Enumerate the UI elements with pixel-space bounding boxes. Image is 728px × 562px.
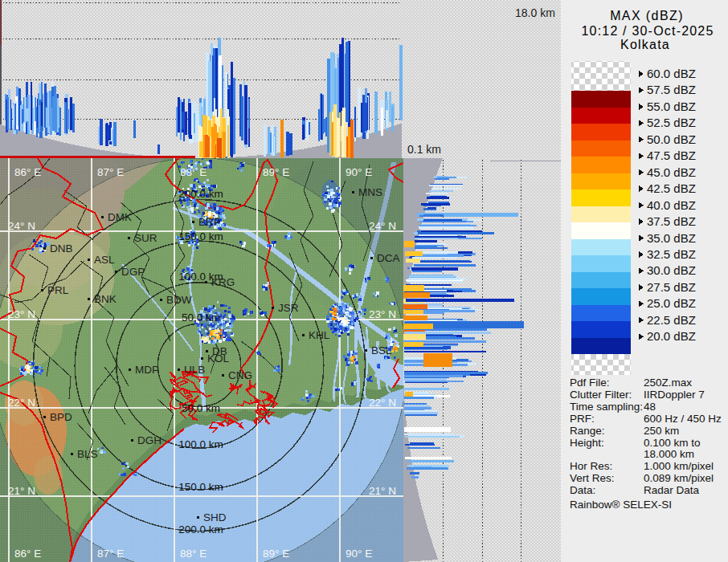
svg-text:Height:: Height: <box>570 437 604 449</box>
svg-text:Pdf File:: Pdf File: <box>570 377 610 389</box>
svg-text:DGP: DGP <box>121 266 145 278</box>
svg-text:89° E: 89° E <box>263 548 289 560</box>
svg-text:SUR: SUR <box>134 232 157 244</box>
svg-text:52.5 dBZ: 52.5 dBZ <box>647 116 696 129</box>
svg-text:50.0 km: 50.0 km <box>182 312 220 324</box>
svg-text:0.089 km/pixel: 0.089 km/pixel <box>644 472 714 484</box>
svg-text:88° E: 88° E <box>180 548 207 560</box>
svg-text:50.0 km: 50.0 km <box>182 402 220 414</box>
svg-text:18.0 km: 18.0 km <box>515 6 555 19</box>
svg-text:KRG: KRG <box>211 276 235 288</box>
svg-text:150.0 km: 150.0 km <box>178 230 223 242</box>
svg-text:250Z.max: 250Z.max <box>644 377 692 389</box>
svg-text:50.0 dBZ: 50.0 dBZ <box>647 132 696 146</box>
svg-text:87° E: 87° E <box>97 166 124 178</box>
svg-text:22° N: 22° N <box>8 397 35 409</box>
svg-text:0.1 km: 0.1 km <box>407 143 441 156</box>
svg-text:JSR: JSR <box>278 302 299 314</box>
svg-text:24° N: 24° N <box>8 220 35 232</box>
svg-text:250 km: 250 km <box>644 425 679 437</box>
svg-text:PRL: PRL <box>47 284 69 296</box>
svg-text:30.0 dBZ: 30.0 dBZ <box>647 263 696 277</box>
svg-text:150.0 km: 150.0 km <box>178 481 223 493</box>
svg-text:47.5 dBZ: 47.5 dBZ <box>647 149 696 162</box>
svg-text:90° E: 90° E <box>346 548 372 560</box>
svg-text:Rainbow® SELEX-SI: Rainbow® SELEX-SI <box>570 499 672 511</box>
svg-text:200.0 km: 200.0 km <box>178 188 223 200</box>
svg-text:200.0 km: 200.0 km <box>178 523 223 536</box>
svg-text:1.000 km/pixel: 1.000 km/pixel <box>644 460 714 472</box>
svg-text:CNG: CNG <box>228 369 252 381</box>
svg-text:Vert Res:: Vert Res: <box>570 472 615 484</box>
svg-text:BLS: BLS <box>77 448 98 460</box>
svg-text:BDW: BDW <box>166 294 192 306</box>
svg-text:48: 48 <box>644 401 656 413</box>
svg-text:27.5 dBZ: 27.5 dBZ <box>647 280 696 294</box>
svg-text:DMK: DMK <box>108 211 132 223</box>
svg-text:IIRDoppler 7: IIRDoppler 7 <box>644 389 705 401</box>
svg-text:86° E: 86° E <box>14 548 41 560</box>
svg-text:21° N: 21° N <box>8 485 35 497</box>
svg-text:Time sampling:: Time sampling: <box>570 401 643 413</box>
svg-text:Hor Res:: Hor Res: <box>570 460 612 472</box>
svg-text:BRP: BRP <box>198 216 221 228</box>
svg-text:10:12 / 30-Oct-2025: 10:12 / 30-Oct-2025 <box>581 24 714 38</box>
svg-text:SHD: SHD <box>203 511 227 523</box>
svg-text:57.5 dBZ: 57.5 dBZ <box>647 83 696 96</box>
svg-text:37.5 dBZ: 37.5 dBZ <box>647 214 696 228</box>
svg-text:0.100 km to: 0.100 km to <box>644 437 701 449</box>
svg-text:Radar Data: Radar Data <box>644 484 700 496</box>
svg-text:40.0 dBZ: 40.0 dBZ <box>647 198 696 212</box>
svg-text:22.5 dBZ: 22.5 dBZ <box>647 313 696 327</box>
svg-text:22° N: 22° N <box>369 397 396 409</box>
svg-text:42.5 dBZ: 42.5 dBZ <box>647 181 696 195</box>
svg-text:86° E: 86° E <box>14 166 41 178</box>
svg-text:KHL: KHL <box>309 329 330 341</box>
svg-text:MDP: MDP <box>135 364 159 376</box>
svg-text:BNK: BNK <box>94 293 117 305</box>
svg-text:18.000 km: 18.000 km <box>644 448 694 460</box>
svg-text:55.0 dBZ: 55.0 dBZ <box>647 100 696 113</box>
svg-text:60.0 dBZ: 60.0 dBZ <box>647 67 696 80</box>
svg-text:35.0 dBZ: 35.0 dBZ <box>647 231 696 245</box>
svg-text:KOL: KOL <box>207 352 230 364</box>
svg-text:Clutter Filter:: Clutter Filter: <box>570 389 632 401</box>
svg-text:BSL: BSL <box>371 344 392 356</box>
svg-text:87° E: 87° E <box>97 548 124 560</box>
svg-text:21° N: 21° N <box>369 485 396 497</box>
svg-text:BPD: BPD <box>50 411 72 423</box>
svg-text:ASL: ASL <box>94 254 115 266</box>
svg-text:Range:: Range: <box>570 425 605 437</box>
svg-text:MNS: MNS <box>358 186 382 198</box>
svg-text:88° E: 88° E <box>180 166 207 178</box>
svg-text:DNB: DNB <box>50 242 73 255</box>
svg-text:25.0 dBZ: 25.0 dBZ <box>647 296 696 310</box>
svg-text:DGH: DGH <box>137 434 162 446</box>
svg-text:Kolkata: Kolkata <box>620 38 670 51</box>
svg-text:DCA: DCA <box>377 252 400 264</box>
svg-text:600 Hz / 450 Hz: 600 Hz / 450 Hz <box>644 413 722 425</box>
svg-text:89° E: 89° E <box>263 166 289 178</box>
svg-text:45.0 dBZ: 45.0 dBZ <box>647 165 696 179</box>
svg-text:Data:: Data: <box>570 484 595 496</box>
svg-text:24° N: 24° N <box>369 220 396 232</box>
svg-text:23° N: 23° N <box>369 308 396 320</box>
svg-text:90° E: 90° E <box>346 166 372 178</box>
svg-text:MAX (dBZ): MAX (dBZ) <box>610 9 684 22</box>
svg-text:20.0 dBZ: 20.0 dBZ <box>647 329 696 343</box>
svg-text:32.5 dBZ: 32.5 dBZ <box>647 247 696 261</box>
svg-text:23° N: 23° N <box>8 308 35 320</box>
svg-text:PRF:: PRF: <box>570 413 595 425</box>
svg-text:100.0 km: 100.0 km <box>178 438 223 450</box>
svg-text:ULB: ULB <box>184 364 205 376</box>
